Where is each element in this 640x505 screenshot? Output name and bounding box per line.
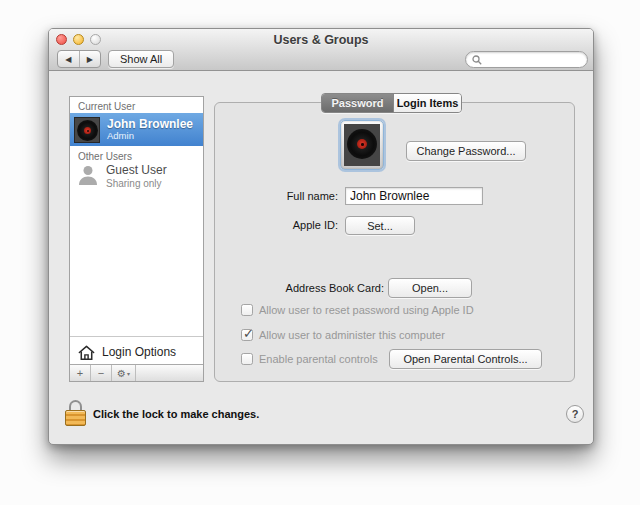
user-row-john-brownlee[interactable]: John Brownlee Admin: [70, 113, 203, 146]
help-button[interactable]: ?: [566, 405, 584, 423]
apple-id-set-button[interactable]: Set...: [345, 216, 415, 235]
address-book-label: Address Book Card:: [184, 282, 384, 294]
chevron-down-icon: ▾: [127, 370, 130, 377]
search-input[interactable]: [485, 54, 575, 66]
guest-name: Guest User: [106, 164, 167, 178]
administer-checkbox-label: Allow user to administer this computer: [259, 329, 445, 341]
remove-user-button[interactable]: −: [91, 365, 112, 381]
vinyl-record-avatar: [344, 124, 380, 166]
window-header: Users & Groups ◀ ▶ Show All: [49, 29, 593, 71]
parental-controls-checkbox-label: Enable parental controls: [259, 353, 378, 365]
full-name-label: Full name:: [238, 190, 338, 202]
user-avatar-vinyl: [74, 117, 100, 143]
history-nav: ◀ ▶: [57, 50, 101, 68]
pane-tabs: Password Login Items: [321, 93, 462, 113]
parental-controls-checkbox[interactable]: [241, 353, 253, 365]
back-arrow-icon: ◀: [65, 55, 71, 64]
user-picture-well[interactable]: [340, 120, 384, 170]
lock-icon[interactable]: [65, 400, 87, 427]
reset-password-checkbox-row: Allow user to reset password using Apple…: [241, 303, 474, 317]
administer-checkbox-row: ✓ Allow user to administer this computer: [241, 328, 445, 342]
users-groups-window: Users & Groups ◀ ▶ Show All Current User…: [48, 28, 594, 445]
tab-password[interactable]: Password: [322, 94, 393, 112]
lock-hint-text: Click the lock to make changes.: [93, 408, 259, 420]
checkmark-icon: ✓: [243, 326, 254, 341]
full-name-input[interactable]: [345, 187, 483, 205]
parental-controls-checkbox-row: Enable parental controls: [241, 352, 378, 366]
tab-login-items[interactable]: Login Items: [393, 94, 461, 112]
window-title: Users & Groups: [49, 33, 593, 47]
guest-role: Sharing only: [106, 178, 167, 190]
reset-password-checkbox[interactable]: [241, 304, 253, 316]
gear-icon: ⚙: [117, 368, 126, 379]
person-silhouette-icon: [76, 163, 100, 187]
address-book-open-button[interactable]: Open...: [388, 278, 472, 298]
sidebar-divider: [70, 336, 203, 337]
administer-checkbox[interactable]: ✓: [241, 329, 253, 341]
reset-password-checkbox-label: Allow user to reset password using Apple…: [259, 304, 474, 316]
back-button[interactable]: ◀: [58, 51, 80, 67]
change-password-button[interactable]: Change Password...: [406, 141, 526, 161]
forward-arrow-icon: ▶: [87, 55, 93, 64]
home-icon: [77, 343, 96, 362]
current-user-header: Current User: [78, 101, 135, 112]
other-users-header: Other Users: [78, 151, 132, 162]
search-icon: [472, 55, 482, 65]
open-parental-controls-button[interactable]: Open Parental Controls...: [389, 349, 542, 369]
actions-menu-button[interactable]: ⚙ ▾: [112, 365, 136, 381]
user-row-guest[interactable]: Guest User Sharing only: [76, 163, 167, 189]
user-list-actions: + − ⚙ ▾: [70, 364, 203, 381]
login-options-label: Login Options: [102, 345, 176, 359]
user-list: Current User John Brownlee Admin Other U…: [69, 96, 204, 382]
login-options-button[interactable]: Login Options: [77, 340, 176, 364]
forward-button[interactable]: ▶: [80, 51, 101, 67]
add-user-button[interactable]: +: [70, 365, 91, 381]
user-role: Admin: [107, 131, 193, 141]
apple-id-label: Apple ID:: [238, 219, 338, 231]
show-all-button[interactable]: Show All: [108, 50, 174, 68]
user-name: John Brownlee: [107, 118, 193, 131]
search-field[interactable]: [465, 51, 588, 68]
